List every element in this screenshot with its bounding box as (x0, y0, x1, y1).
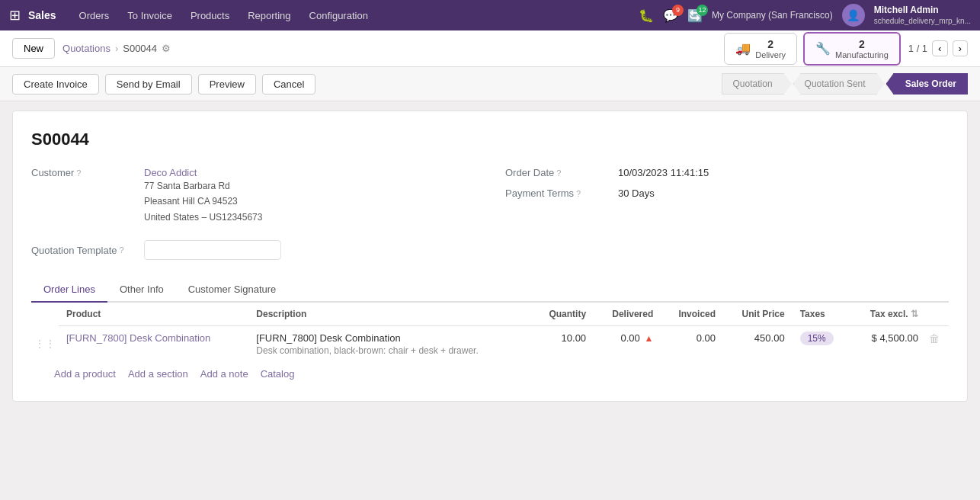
breadcrumb: Quotations › S00044 ⚙ (62, 43, 171, 54)
customer-name[interactable]: Deco Addict (144, 167, 262, 178)
order-date-help-icon[interactable]: ? (556, 168, 561, 178)
status-step-quotation[interactable]: Quotation (722, 73, 792, 95)
order-lines-table: Product Description Quantity Delivered I… (31, 303, 949, 383)
product-cell: [FURN_7800] Desk Combination (59, 326, 248, 363)
form-grid: Customer ? Deco Addict 77 Santa Barbara … (31, 165, 949, 262)
manufacturing-smart-button[interactable]: 🔧 2 Manufacturing (803, 32, 901, 66)
main-content: S00044 Customer ? Deco Addict 77 Santa B… (12, 111, 968, 402)
quotation-template-row: Quotation Template ? (31, 238, 475, 262)
tab-customer-signature[interactable]: Customer Signature (176, 277, 289, 301)
preview-button[interactable]: Preview (198, 74, 256, 95)
description-sub: Desk combination, black-brown: chair + d… (256, 345, 524, 356)
tab-other-info[interactable]: Other Info (107, 277, 176, 301)
grid-icon[interactable]: ⊞ (9, 7, 21, 24)
activity-badge: 12 (697, 5, 708, 16)
product-link[interactable]: [FURN_7800] Desk Combination (66, 332, 210, 344)
user-tag: schedule_delivery_mrp_kn... (874, 16, 971, 26)
add-section-link[interactable]: Add a section (128, 368, 188, 380)
payment-terms-row: Payment Terms ? 30 Days (505, 185, 949, 201)
chart-warning-icon: ▲ (644, 333, 653, 344)
breadcrumb-parent[interactable]: Quotations (62, 43, 110, 54)
customer-address-line3: United States – US12345673 (144, 210, 262, 225)
col-product: Product (59, 303, 248, 326)
settings-gear-icon[interactable]: ⚙ (162, 43, 171, 54)
nav-link-orders[interactable]: Orders (72, 7, 117, 24)
customer-help-icon[interactable]: ? (76, 168, 81, 178)
manufacturing-label: Manufacturing (835, 50, 889, 59)
catalog-link[interactable]: Catalog (261, 368, 295, 380)
col-delete (926, 303, 949, 326)
nav-link-reporting[interactable]: Reporting (240, 7, 298, 24)
action-bar: Create Invoice Send by Email Preview Can… (0, 67, 980, 101)
col-taxes: Taxes (793, 303, 850, 326)
col-unit-price: Unit Price (723, 303, 793, 326)
order-number: S00044 (31, 130, 949, 149)
nav-links: Orders To Invoice Products Reporting Con… (72, 7, 639, 24)
nav-link-configuration[interactable]: Configuration (302, 7, 376, 24)
activity-icon[interactable]: 🔄12 (687, 8, 703, 23)
sub-nav: New Quotations › S00044 ⚙ 🚚 2 Delivery 🔧… (0, 30, 980, 67)
username: Mitchell Admin (874, 5, 971, 17)
pagination: 1 / 1 ‹ › (908, 40, 968, 56)
payment-terms-help-icon[interactable]: ? (576, 189, 581, 198)
customer-section: Customer ? Deco Addict 77 Santa Barbara … (31, 165, 475, 262)
next-page-button[interactable]: › (953, 40, 968, 56)
create-invoice-button[interactable]: Create Invoice (12, 74, 99, 95)
col-tax-excl: Tax excl. ⇅ (850, 303, 926, 326)
delivery-label: Delivery (755, 50, 786, 59)
quotation-template-value[interactable] (144, 240, 281, 260)
delete-cell: 🗑 (926, 326, 949, 363)
prev-page-button[interactable]: ‹ (932, 40, 947, 56)
taxes-badge[interactable]: 15% (800, 332, 834, 345)
chat-badge: 9 (672, 5, 684, 16)
table-row: ⋮⋮ [FURN_7800] Desk Combination [FURN_78… (31, 326, 949, 363)
add-product-link[interactable]: Add a product (54, 368, 116, 380)
tab-order-lines[interactable]: Order Lines (31, 277, 107, 303)
app-name[interactable]: Sales (28, 9, 56, 21)
delete-row-icon[interactable]: 🗑 (929, 332, 940, 345)
tax-excl-value: $ 4,500.00 (872, 332, 918, 344)
chat-icon[interactable]: 💬9 (663, 8, 678, 23)
add-note-link[interactable]: Add a note (200, 368, 248, 380)
pagination-info: 1 / 1 (908, 43, 927, 54)
manufacturing-count: 2 (835, 38, 889, 50)
delivery-count: 2 (755, 38, 786, 50)
status-step-sales-order[interactable]: Sales Order (886, 73, 968, 95)
quantity-value[interactable]: 10.00 (562, 332, 587, 344)
template-help-icon[interactable]: ? (120, 245, 124, 255)
tax-excl-cell: $ 4,500.00 (850, 326, 926, 363)
smart-buttons: 🚚 2 Delivery 🔧 2 Manufacturing (724, 32, 900, 66)
col-delivered: Delivered (594, 303, 661, 326)
col-quantity: Quantity (531, 303, 594, 326)
customer-address-line1: 77 Santa Barbara Rd (144, 178, 262, 194)
col-invoiced: Invoiced (661, 303, 723, 326)
user-avatar[interactable]: 👤 (842, 4, 865, 27)
order-date-row: Order Date ? 10/03/2023 11:41:15 (505, 165, 949, 181)
delivered-value: 0.00 (620, 332, 639, 344)
description-main[interactable]: [FURN_7800] Desk Combination (256, 332, 524, 344)
invoiced-cell: 0.00 (661, 326, 723, 363)
invoiced-value: 0.00 (697, 332, 716, 344)
order-date-label: Order Date ? (505, 167, 612, 178)
delivery-smart-button[interactable]: 🚚 2 Delivery (724, 33, 797, 65)
status-step-quotation-sent[interactable]: Quotation Sent (793, 73, 885, 95)
unit-price-value[interactable]: 450.00 (754, 332, 785, 344)
breadcrumb-sep: › (115, 43, 118, 54)
drag-handle[interactable]: ⋮⋮ (31, 326, 59, 363)
table-section: Product Description Quantity Delivered I… (31, 303, 949, 383)
right-section: Order Date ? 10/03/2023 11:41:15 Payment… (505, 165, 949, 262)
nav-link-to-invoice[interactable]: To Invoice (120, 7, 180, 24)
status-steps: Quotation Quotation Sent Sales Order (722, 73, 968, 95)
bug-icon[interactable]: 🐛 (639, 8, 654, 23)
col-drag (31, 303, 59, 326)
payment-terms-label: Payment Terms ? (505, 188, 612, 199)
cancel-button[interactable]: Cancel (262, 74, 315, 95)
company-name: My Company (San Francisco) (712, 10, 833, 21)
customer-label: Customer ? (31, 167, 138, 178)
top-nav: ⊞ Sales Orders To Invoice Products Repor… (0, 0, 980, 30)
new-button[interactable]: New (12, 38, 55, 59)
sort-icon[interactable]: ⇅ (911, 309, 918, 319)
nav-link-products[interactable]: Products (183, 7, 237, 24)
send-by-email-button[interactable]: Send by Email (105, 74, 192, 95)
order-date-value: 10/03/2023 11:41:15 (618, 167, 709, 178)
